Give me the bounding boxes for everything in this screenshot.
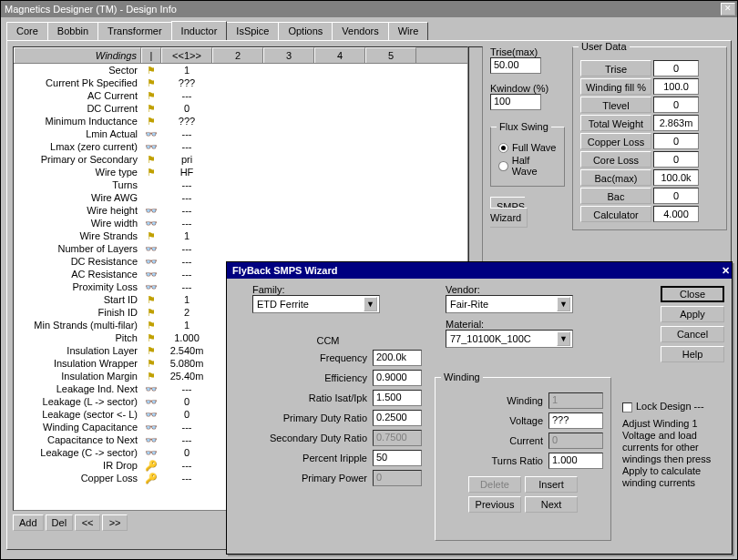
kwindow-input[interactable]: 100 [490, 94, 541, 110]
grid-row-label: Capacitance to Next [14, 433, 141, 446]
delete-button[interactable]: Delete [468, 476, 521, 493]
grid-cell[interactable]: --- [161, 191, 212, 204]
material-combo[interactable]: 77_10100K_100C▼ [446, 330, 573, 348]
winding-next-button[interactable]: Next [525, 496, 578, 513]
userdata-value[interactable]: 0 [653, 60, 699, 76]
grid-cell[interactable]: --- [161, 217, 212, 229]
half-wave-radio[interactable]: Half Wave [498, 155, 557, 177]
lock-design-checkbox[interactable]: Lock Design --- [622, 401, 723, 412]
prev-button[interactable]: << [75, 514, 100, 531]
userdata-key[interactable]: Copper Loss [580, 133, 651, 149]
ratio-input[interactable]: 1.500 [373, 390, 422, 406]
grid-cell[interactable]: --- [161, 178, 212, 191]
add-button[interactable]: Add [13, 514, 44, 531]
userdata-value[interactable]: 100.0 [653, 78, 699, 95]
userdata-value[interactable]: 100.0k [653, 169, 699, 186]
trise-max-input[interactable]: 50.00 [490, 57, 541, 74]
grid-cell[interactable]: 25.40m [161, 370, 212, 382]
tab-core[interactable]: Core [6, 22, 48, 41]
tab-wire[interactable]: Wire [388, 22, 429, 41]
grid-cell[interactable]: 2 [161, 306, 212, 319]
tab-vendors[interactable]: Vendors [332, 22, 388, 41]
grid-cell[interactable]: 0 [161, 446, 212, 459]
tab-options[interactable]: Options [278, 22, 333, 41]
userdata-key[interactable]: Winding fill % [580, 78, 651, 95]
grid-cell[interactable]: 0 [161, 102, 212, 115]
userdata-key[interactable]: Core Loss [580, 151, 651, 168]
insert-button[interactable]: Insert [525, 476, 578, 493]
userdata-value[interactable]: 0 [653, 188, 699, 204]
grid-cell[interactable]: --- [161, 140, 212, 153]
userdata-key[interactable]: Bac [580, 188, 651, 204]
userdata-key[interactable]: Total Weight [580, 115, 651, 131]
grid-cell[interactable]: 1 [161, 293, 212, 306]
voltage-input[interactable]: ??? [548, 412, 603, 429]
grid-cell[interactable]: --- [161, 280, 212, 293]
grid-cell[interactable]: --- [161, 433, 212, 446]
grid-cell[interactable]: --- [161, 242, 212, 255]
grid-cell[interactable]: --- [161, 255, 212, 268]
userdata-value[interactable]: 2.863m [653, 115, 699, 131]
userdata-key[interactable]: Trise [580, 60, 651, 76]
grid-cell[interactable]: --- [161, 89, 212, 102]
userdata-key[interactable]: Bac(max) [580, 169, 651, 186]
grid-cell[interactable]: 2.540m [161, 344, 212, 357]
del-button[interactable]: Del [46, 514, 74, 531]
previous-button[interactable]: Previous [468, 496, 521, 513]
grid-cell[interactable]: ??? [161, 115, 212, 127]
smps-wizard-button[interactable]: SMPS Wizard [490, 197, 528, 228]
userdata-value[interactable]: 0 [653, 97, 699, 113]
close-button[interactable]: Close [661, 286, 724, 302]
grid-cell[interactable]: --- [161, 268, 212, 280]
userdata-value[interactable]: 0 [653, 133, 699, 149]
grid-cell[interactable]: --- [161, 127, 212, 140]
grid-cell[interactable]: 5.080m [161, 357, 212, 370]
apply-button[interactable]: Apply [661, 306, 724, 322]
frequency-label: Frequency [258, 352, 367, 363]
grid-header-col-5[interactable]: 5 [365, 47, 416, 63]
family-combo[interactable]: ETD Ferrite▼ [252, 295, 380, 313]
frequency-input[interactable]: 200.0k [373, 350, 422, 366]
full-wave-radio[interactable]: Full Wave [498, 142, 557, 153]
close-icon[interactable]: ✕ [721, 3, 735, 15]
tab-inductor[interactable]: Inductor [171, 21, 228, 40]
grid-cell[interactable]: HF [161, 166, 212, 178]
pduty-input[interactable]: 0.2500 [373, 410, 422, 426]
userdata-key[interactable]: Tlevel [580, 97, 651, 113]
grid-cell[interactable]: 1 [161, 319, 212, 331]
grid-cell[interactable]: 0 [161, 395, 212, 408]
tab-isspice[interactable]: IsSpice [226, 22, 279, 41]
iripple-input[interactable]: 50 [373, 450, 422, 466]
grid-header-col-1[interactable]: <<1>> [161, 47, 212, 63]
grid-cell[interactable]: --- [161, 459, 212, 472]
grid-cell[interactable]: pri [161, 153, 212, 166]
grid-cell[interactable]: 0 [161, 408, 212, 421]
efficiency-input[interactable]: 0.9000 [373, 370, 422, 386]
grid-cell[interactable]: 1.000 [161, 331, 212, 344]
grid-cell[interactable]: --- [161, 204, 212, 217]
vendor-combo[interactable]: Fair-Rite▼ [446, 295, 573, 313]
grid-cell[interactable]: ??? [161, 76, 212, 89]
grid-cell[interactable]: --- [161, 421, 212, 433]
grid-header-col-4[interactable]: 4 [314, 47, 365, 63]
grid-cell[interactable]: --- [161, 382, 212, 395]
userdata-value[interactable]: 4.000 [653, 206, 699, 222]
next-button[interactable]: >> [102, 514, 128, 531]
userdata-key[interactable]: Calculator [580, 206, 651, 222]
help-button[interactable]: Help [661, 346, 724, 362]
grid-row: Primary or Secondary⚑pri [14, 153, 467, 166]
tab-bobbin[interactable]: Bobbin [47, 22, 98, 41]
efficiency-label: Efficiency [258, 372, 367, 383]
grid-header-col-3[interactable]: 3 [263, 47, 314, 63]
grid-row-label: AC Current [14, 89, 141, 102]
cancel-button[interactable]: Cancel [661, 326, 724, 342]
grid-cell[interactable]: 1 [161, 229, 212, 242]
grid-cell[interactable]: 1 [161, 64, 212, 76]
wizard-close-icon[interactable]: ✕ [722, 265, 730, 277]
tab-transformer[interactable]: Transformer [97, 22, 172, 41]
grid-row-label: Proximity Loss [14, 280, 141, 293]
grid-header-col-2[interactable]: 2 [212, 47, 263, 63]
grid-cell[interactable]: --- [161, 472, 212, 484]
turns-ratio-input[interactable]: 1.000 [548, 453, 603, 469]
userdata-value[interactable]: 0 [653, 151, 699, 168]
